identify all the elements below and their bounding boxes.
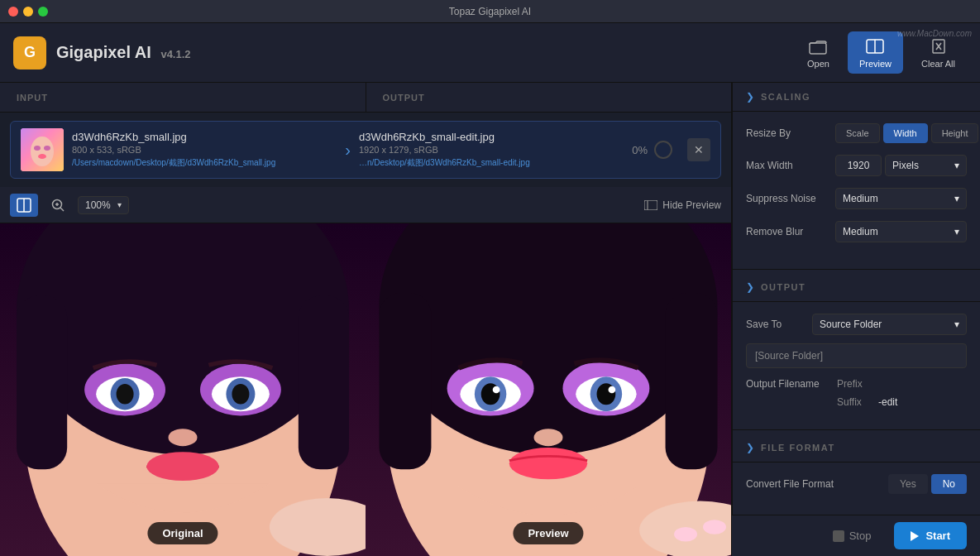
progress-area: 0%	[632, 141, 672, 159]
output-path: …n/Desktop/截图/d3Wdh6RzKb_small-edit.jpg	[359, 157, 624, 169]
preview-toolbar: 100% ▾ Hide Preview	[0, 187, 731, 223]
scaling-section-header: ❯ SCALING	[733, 83, 980, 112]
svg-rect-46	[380, 293, 432, 469]
zoom-select[interactable]: 100% ▾	[78, 196, 129, 214]
preview-button[interactable]: Preview	[848, 31, 903, 74]
hide-preview-label: Hide Preview	[662, 199, 721, 211]
file-format-section-header: ❯ FILE FORMAT	[733, 434, 980, 463]
stop-button[interactable]: Stop	[820, 523, 885, 549]
section-divider-1	[733, 269, 980, 270]
suppress-noise-chevron-icon: ▾	[954, 193, 959, 204]
width-button[interactable]: Width	[883, 123, 928, 143]
suppress-noise-label: Suppress Noise	[746, 193, 829, 204]
bottom-bar: Stop Start	[732, 515, 980, 556]
pixels-dropdown[interactable]: Pixels ▾	[885, 155, 967, 176]
clear-all-icon	[929, 36, 949, 56]
remove-blur-dropdown[interactable]: Medium ▾	[835, 221, 967, 242]
remove-blur-chevron-icon: ▾	[954, 226, 959, 237]
svg-point-56	[493, 386, 500, 394]
max-width-controls: Pixels ▾	[835, 155, 967, 176]
convert-label: Convert File Format	[746, 478, 888, 490]
topbar: G Gigapixel AI v4.1.2 Open Preview Clear…	[0, 23, 980, 83]
suppress-noise-dropdown[interactable]: Medium ▾	[835, 188, 967, 209]
output-chevron-icon: ❯	[746, 281, 754, 293]
split-preview-button[interactable]	[10, 194, 38, 217]
file-output-info: d3Wdh6RzKb_small-edit.jpg 1920 x 1279, s…	[359, 131, 624, 169]
prefix-label: Prefix	[837, 378, 878, 390]
max-width-label: Max Width	[746, 160, 829, 171]
output-section-header: ❯ OUTPUT	[733, 273, 980, 302]
svg-point-59	[509, 448, 587, 479]
resize-by-row: Resize By Scale Width Height	[746, 123, 967, 143]
main-layout: INPUT OUTPUT	[0, 83, 980, 556]
remove-blur-label: Remove Blur	[746, 226, 829, 237]
minimize-button[interactable]	[23, 7, 33, 17]
output-filename-label: Output Filename	[746, 378, 837, 390]
convert-yes-button[interactable]: Yes	[888, 474, 928, 494]
input-tab: INPUT	[0, 83, 366, 112]
zoom-value: 100%	[85, 199, 111, 211]
scaling-title: SCALING	[761, 92, 810, 102]
arrow-right-icon: ›	[345, 141, 351, 160]
suppress-noise-row: Suppress Noise Medium ▾	[746, 188, 967, 209]
open-button[interactable]: Open	[796, 31, 841, 74]
resize-by-controls: Scale Width Height	[835, 123, 978, 143]
play-icon	[911, 531, 919, 541]
title-bar: Topaz Gigapixel AI www.MacDown.com	[0, 0, 980, 23]
original-label: Original	[147, 522, 218, 544]
preview-icon	[865, 36, 885, 56]
scale-button[interactable]: Scale	[835, 123, 880, 143]
file-row: d3Wdh6RzKb_small.jpg 800 x 533, sRGB /Us…	[10, 121, 721, 179]
svg-rect-30	[17, 295, 67, 469]
close-button[interactable]	[8, 7, 18, 17]
preview-label-badge: Preview	[513, 522, 583, 544]
output-tab: OUTPUT	[366, 83, 732, 112]
remove-blur-controls: Medium ▾	[835, 221, 967, 242]
input-dims: 800 x 533, sRGB	[72, 145, 337, 155]
svg-point-9	[44, 146, 50, 151]
window-title: Topaz Gigapixel AI	[449, 6, 531, 17]
file-input-info: d3Wdh6RzKb_small.jpg 800 x 533, sRGB /Us…	[72, 131, 337, 169]
app-name-container: Gigapixel AI v4.1.2	[56, 43, 191, 62]
save-to-chevron-icon: ▾	[954, 319, 959, 330]
output-settings: Save To Source Folder ▾ Output Filename …	[733, 302, 980, 426]
app-logo: G	[13, 36, 46, 70]
preview-enhanced: Preview	[366, 223, 731, 556]
scaling-chevron-icon: ❯	[746, 91, 754, 103]
input-filename: d3Wdh6RzKb_small.jpg	[72, 131, 337, 143]
file-format-settings: Convert File Format Yes No	[733, 463, 980, 506]
svg-point-57	[609, 386, 616, 394]
convert-row: Convert File Format Yes No	[746, 474, 967, 494]
svg-point-62	[703, 520, 726, 534]
suppress-noise-controls: Medium ▾	[835, 188, 967, 209]
path-input[interactable]	[746, 343, 967, 368]
save-to-label: Save To	[746, 319, 812, 330]
suppress-noise-value: Medium	[843, 193, 878, 204]
folder-icon	[808, 36, 828, 56]
suffix-label: Suffix	[837, 396, 878, 408]
thumbnail-image	[21, 128, 64, 171]
output-title: OUTPUT	[761, 282, 806, 292]
svg-point-40	[169, 429, 198, 446]
height-button[interactable]: Height	[931, 123, 979, 143]
stop-label: Stop	[849, 530, 872, 542]
remove-blur-value: Medium	[843, 226, 878, 237]
svg-point-39	[232, 384, 249, 404]
save-to-dropdown[interactable]: Source Folder ▾	[812, 314, 967, 335]
stop-icon	[833, 530, 844, 542]
progress-percentage: 0%	[632, 144, 648, 156]
max-width-input[interactable]	[835, 155, 882, 176]
hide-preview-button[interactable]: Hide Preview	[644, 199, 721, 211]
remove-button[interactable]: ✕	[687, 138, 710, 161]
save-to-row: Save To Source Folder ▾	[746, 314, 967, 335]
svg-point-8	[34, 146, 41, 151]
output-filename: d3Wdh6RzKb_small-edit.jpg	[359, 131, 624, 143]
file-thumbnail	[21, 128, 64, 171]
file-format-chevron-icon: ❯	[746, 442, 754, 453]
maximize-button[interactable]	[38, 7, 48, 17]
zoom-in-button[interactable]	[46, 194, 69, 217]
svg-line-14	[60, 208, 64, 211]
convert-no-button[interactable]: No	[931, 474, 967, 494]
start-button[interactable]: Start	[894, 522, 967, 549]
app-version: v4.1.2	[160, 48, 190, 60]
